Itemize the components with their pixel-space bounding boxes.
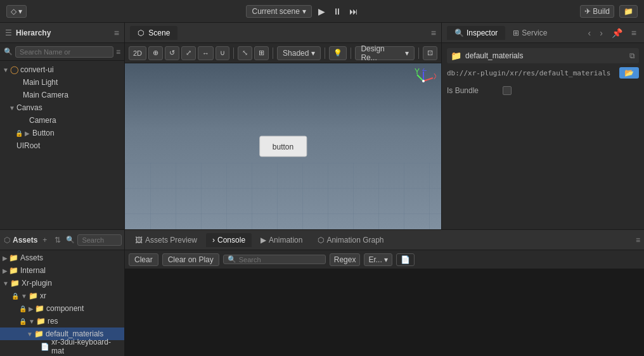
animation-graph-tab[interactable]: ⬡ Animation Graph <box>311 233 390 247</box>
hierarchy-search-input[interactable] <box>15 46 113 58</box>
layout-button[interactable]: ⊞ <box>254 46 269 60</box>
scene-tab[interactable]: ⬡ Scene <box>130 26 177 40</box>
step-button[interactable]: ⏭ <box>347 5 361 18</box>
add-asset-button[interactable]: + <box>40 234 49 246</box>
expand-arrow-icon: ▼ <box>9 105 15 111</box>
2d-button[interactable]: 2D <box>129 46 146 60</box>
folder-icon: 📁 <box>451 51 461 61</box>
collapse-button[interactable]: ⇅ <box>52 234 63 246</box>
console-menu-icon[interactable]: ≡ <box>636 236 640 245</box>
forward-button[interactable]: › <box>597 27 605 39</box>
design-dropdown[interactable]: Design Re... ▾ <box>355 46 415 60</box>
regex-button[interactable]: Regex <box>330 253 361 266</box>
scene-gizmo: X Y Z <box>411 68 436 94</box>
svg-line-0 <box>423 78 433 81</box>
console-search-input[interactable] <box>239 256 321 264</box>
inspector-panel: 🔍 Inspector ⊞ Service ‹ › 📌 ≡ 📁 default_… <box>441 23 644 229</box>
assets-item-xr[interactable]: 🔒 ▼ 📁 xr <box>0 289 124 302</box>
assets-item-assets[interactable]: ▶ 📁 Assets <box>0 251 124 264</box>
clear-button[interactable]: Clear <box>129 253 158 266</box>
chevron-down-icon: ▾ <box>302 7 306 16</box>
tree-item-label: Camera <box>29 116 56 125</box>
scene-dropdown[interactable]: Current scene ▾ <box>246 5 311 18</box>
scene-ui-button[interactable]: button <box>259 136 307 157</box>
console-tab[interactable]: › Console <box>206 233 252 247</box>
inspector-pin-icon[interactable]: 📌 <box>609 27 625 39</box>
scene-tabs: ⬡ Scene ≡ <box>125 23 441 43</box>
folder-icon: 📁 <box>9 253 18 262</box>
console-file-button[interactable]: 📄 <box>396 253 415 266</box>
hierarchy-panel: ☰ Hierarchy ≡ 🔍 ≡ ▼ ◯ convert-ui ▶ Main … <box>0 23 125 229</box>
svg-text:Z: Z <box>422 68 427 73</box>
transform-button[interactable]: ∪ <box>216 46 229 60</box>
assets-item-xr-plugin[interactable]: ▼ 📁 Xr-plugin <box>0 277 124 289</box>
back-button[interactable]: ‹ <box>585 27 593 39</box>
tree-item-label: Canvas <box>16 103 42 112</box>
error-filter-dropdown[interactable]: Er... ▾ <box>364 253 392 266</box>
scene-view[interactable]: button X Y Z <box>125 63 441 229</box>
path-open-button[interactable]: 📂 <box>619 67 639 79</box>
inspector-tabs: 🔍 Inspector ⊞ Service ‹ › 📌 ≡ <box>442 23 644 43</box>
clear-on-play-button[interactable]: Clear on Play <box>162 253 219 266</box>
assets-item-res[interactable]: 🔒 ▼ 📁 res <box>0 315 124 327</box>
center-panel: ⬡ Scene ≡ 2D ⊕ ↺ ⤢ ↔ ∪ ⤡ ⊞ Shaded ▾ 💡 <box>125 23 441 229</box>
play-controls: ▶ ⏸ ⏭ <box>316 5 361 18</box>
assets-item-keyboard-mat[interactable]: ▶ 📄 xr-3dui-keyboard-mat <box>0 340 124 353</box>
play-button[interactable]: ▶ <box>316 5 328 18</box>
animation-graph-label: Animation Graph <box>326 236 383 245</box>
tree-item-main-camera[interactable]: ▶ Main Camera <box>0 89 124 101</box>
arrow-right-icon: ▶ <box>29 305 34 312</box>
shaded-dropdown[interactable]: Shaded ▾ <box>277 46 321 60</box>
light-button[interactable]: 💡 <box>329 46 347 60</box>
scene-menu-icon[interactable]: ≡ <box>431 28 436 38</box>
assets-search-input[interactable] <box>77 234 122 246</box>
pause-button[interactable]: ⏸ <box>330 5 344 18</box>
animation-tab[interactable]: ▶ Animation <box>254 233 309 247</box>
assets-item-internal[interactable]: ▶ 📁 Internal <box>0 264 124 277</box>
hierarchy-title: Hierarchy <box>16 29 110 37</box>
folder-icon: 📁 <box>34 329 44 338</box>
console-panel: 🖼 Assets Preview › Console ▶ Animation ⬡… <box>125 230 644 356</box>
chevron-icon: ▾ <box>18 7 22 16</box>
svg-point-3 <box>422 80 425 82</box>
tree-item-canvas[interactable]: ▼ Canvas <box>0 101 124 114</box>
list-icon[interactable]: ≡ <box>116 48 120 56</box>
toolbar-separator-4 <box>351 48 351 59</box>
tree-item-main-light[interactable]: ▶ Main Light <box>0 76 124 89</box>
assets-header: ⬡ Assets + ⇅ 🔍 ☰ ↺ ≡ <box>0 230 124 250</box>
inspector-menu-icon[interactable]: ≡ <box>629 27 639 39</box>
assets-item-component[interactable]: 🔒 ▶ 📁 component <box>0 302 124 315</box>
toolbar-separator-5 <box>418 48 419 59</box>
tree-item-label: Button <box>32 129 55 137</box>
assets-preview-tab[interactable]: 🖼 Assets Preview <box>129 233 203 247</box>
is-bundle-checkbox[interactable] <box>503 86 512 95</box>
build-button[interactable]: ✈ Build <box>580 5 614 18</box>
tree-item-button[interactable]: 🔒 ▶ Button <box>0 127 124 139</box>
scale-button[interactable]: ⤢ <box>181 46 196 60</box>
assets-item-label: default_materials <box>46 329 103 338</box>
hierarchy-menu-icon[interactable]: ≡ <box>114 28 119 38</box>
path-row: db://xr-plugin/xr/res/default_materials … <box>447 67 639 79</box>
rect-button[interactable]: ↔ <box>198 46 214 60</box>
rotate-button[interactable]: ↺ <box>165 46 179 60</box>
folder-copy-icon[interactable]: ⧉ <box>629 51 635 60</box>
folder-button[interactable]: 📁 <box>619 5 638 18</box>
chevron-down-icon: ▾ <box>384 255 388 264</box>
scene-controls: Current scene ▾ ▶ ⏸ ⏭ <box>246 5 360 18</box>
tree-item-convert-ui[interactable]: ▼ ◯ convert-ui <box>0 63 124 76</box>
more-button[interactable]: ⊡ <box>423 46 437 60</box>
move-button[interactable]: ⊕ <box>148 46 163 60</box>
logo-button[interactable]: ◇ ▾ <box>6 5 27 18</box>
arrow-right-icon: ▶ <box>3 255 8 262</box>
tree-item-uiroot[interactable]: ▶ UIRoot <box>0 139 124 152</box>
svg-text:Y: Y <box>415 68 420 76</box>
frame-button[interactable]: ⤡ <box>238 46 252 60</box>
arrow-down-icon: ▼ <box>27 331 33 338</box>
assets-item-label: Xr-plugin <box>22 279 52 288</box>
inspector-tab[interactable]: 🔍 Inspector <box>447 26 505 40</box>
file-icon: 📄 <box>41 343 49 351</box>
animation-icon: ▶ <box>261 236 266 245</box>
service-tab[interactable]: ⊞ Service <box>505 26 555 40</box>
scene-icon: ⬡ <box>138 29 144 37</box>
tree-item-camera[interactable]: ▶ Camera <box>0 114 124 127</box>
